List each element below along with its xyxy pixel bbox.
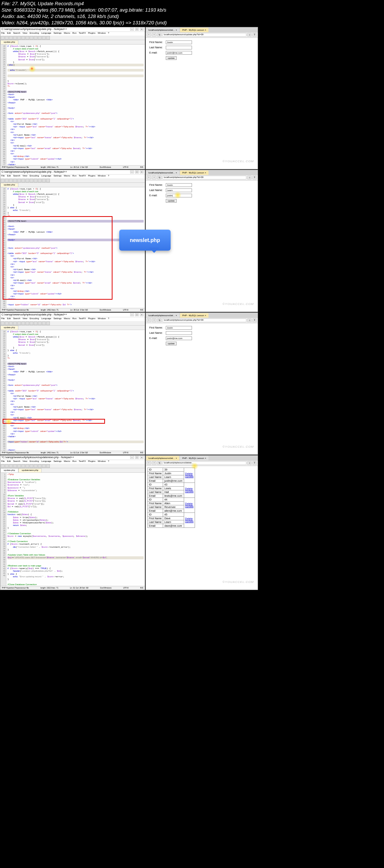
menubar[interactable]: FileEditSearchViewEncodingLanguageSettin… [0,32,145,36]
statusbar: PHP Hypertext Preprocessor file length: … [0,165,145,169]
copy-icon[interactable] [21,36,25,40]
annotation-box [3,419,105,424]
browser-window: localhost/phplessons/del...×PHP - MySQL … [146,312,258,455]
input-email[interactable] [166,194,192,197]
reload-button[interactable]: ↻ [157,33,162,37]
paste-icon[interactable] [26,36,29,40]
code-editor[interactable]: 1819202122232425262728293031323334353637… [0,45,145,165]
zoom-icon[interactable] [46,36,50,40]
input-lastname[interactable] [166,46,192,49]
star-icon[interactable]: ☆ [247,33,252,37]
tab-localhost[interactable]: localhost/phplessons/del...× [146,456,179,460]
code-editor[interactable]: 1234567891011121314151617181920212223242… [0,473,145,586]
url-input[interactable]: localhost/phplessons/update.php?id=39 [162,33,246,37]
open-icon[interactable] [5,36,9,40]
address-bar[interactable]: ← → ↻ localhost/phplessons/update.php?id… [146,33,258,38]
code-text[interactable]: if ($result->num_rows > 0) { // output d… [6,45,145,165]
delete-link[interactable]: Delete [185,487,193,490]
notepad-window: *C:\xampp\wwwroot\phplessons\updatenews.… [0,455,145,590]
maximize-button[interactable]: □ [135,28,139,31]
toolbar[interactable] [0,36,145,40]
label-firstname: First Name: [148,40,164,45]
close-button[interactable]: × [140,28,144,31]
close-icon[interactable]: × [205,29,206,31]
notepad-window: C:\xampp\wwwroot\phplessons\update.php -… [0,27,145,169]
update-link[interactable]: Update [185,505,194,508]
input-firstname[interactable] [166,40,192,44]
close-icon[interactable]: × [176,29,177,31]
records-table: ID39DeleteUpdate First NameJustin Last N… [147,468,195,528]
tab-localhost[interactable]: localhost/phplessons/del...× [146,28,179,32]
forward-button[interactable]: → [152,33,156,37]
update-button[interactable]: update [166,56,176,60]
window-title: C:\xampp\wwwroot\phplessons\update.php -… [2,28,67,31]
code-editor[interactable]: 1819202122232425262728293031323334353637… [0,330,145,451]
url-input[interactable]: localhost/phplessons/delete... [162,461,246,465]
delete-link[interactable]: Delete [185,517,193,520]
label-lastname: Last Name: [148,45,164,50]
annotation-box [3,216,112,300]
minimize-button[interactable]: − [130,28,134,31]
replace-icon[interactable] [42,36,46,40]
update-link[interactable]: Update [185,490,194,493]
delete-link[interactable]: Delete [185,502,193,505]
tab-php-lesson[interactable]: PHP - MySQL Lesson× [180,28,208,32]
new-icon[interactable] [1,36,4,40]
redo-icon[interactable] [34,36,38,40]
save-icon[interactable] [9,36,13,40]
cut-icon[interactable] [17,36,21,40]
tab-update-php[interactable]: update.php [0,40,18,44]
window-titlebar[interactable]: C:\xampp\wwwroot\phplessons\update.php -… [0,27,145,32]
delete-link[interactable]: Delete [185,472,193,475]
tab-update-php[interactable]: update.php [0,468,18,472]
browser-window: localhost/phplessons/del...× PHP - MySQL… [146,27,258,169]
saveall-icon[interactable] [13,36,17,40]
browser-window: localhost/phplessons/del...×PHP - MySQL … [146,455,258,590]
input-email[interactable] [166,51,192,55]
browser-tabs[interactable]: localhost/phplessons/del...× PHP - MySQL… [146,27,258,33]
input-firstname[interactable] [166,183,192,187]
file-tabs[interactable]: update.php [0,40,145,45]
annotation-callout: newslet.php [119,230,171,251]
find-icon[interactable] [38,36,42,40]
cursor-marker [30,67,33,70]
line-gutter: 1819202122232425262728293031323334353637… [0,45,6,165]
undo-icon[interactable] [30,36,33,40]
label-email: E-mail: [148,51,164,55]
page-body: First Name: Last Name: E-mail: update [146,38,258,169]
input-lastname[interactable] [166,188,192,192]
tab-updatenews-php[interactable]: updatenews.php [18,468,42,472]
watermark: ©YOUACCEL.COM [222,160,254,163]
update-link[interactable]: Update [185,520,194,523]
file-info: File: 27. MySQL Update Records.mp4 Size:… [0,0,384,27]
update-link[interactable]: Update [185,475,194,478]
notepad-window: C:\xampp\wwwroot\phplessons\update.php -… [0,312,145,455]
menu-icon[interactable]: ≡ [252,33,257,37]
back-button[interactable]: ← [147,33,151,37]
